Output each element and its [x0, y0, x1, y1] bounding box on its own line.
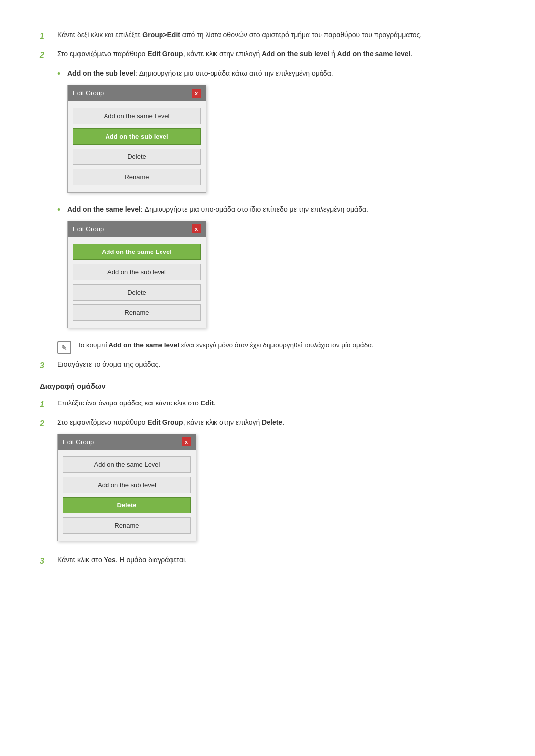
btn-delete-3[interactable]: Delete	[63, 497, 191, 513]
delete-step-2-content: Στο εμφανιζόμενο παράθυρο Edit Group, κά…	[57, 417, 495, 549]
dialog-sub-level-body: Add on the same Level Add on the sub lev…	[68, 101, 206, 192]
dialog-delete-close[interactable]: x	[182, 437, 191, 446]
btn-rename-3[interactable]: Rename	[63, 517, 191, 534]
delete-step-3-number: 3	[40, 555, 57, 567]
dialog-same-level-body: Add on the same Level Add on the sub lev…	[68, 237, 206, 328]
bullet-dot-1: •	[57, 67, 67, 81]
btn-rename-2[interactable]: Rename	[73, 304, 201, 321]
dialog-sub-level-titlebar: Edit Group x	[68, 85, 206, 101]
step-1-number: 1	[40, 30, 57, 42]
note-box: ✎ Το κουμπί Add on the same level είναι …	[57, 340, 495, 354]
delete-step-1-number: 1	[40, 399, 57, 410]
dialog-sub-level-close[interactable]: x	[192, 89, 201, 98]
dialog-same-level-titlebar: Edit Group x	[68, 221, 206, 237]
dialog-sub-level-wrapper: Edit Group x Add on the same Level Add o…	[67, 85, 495, 193]
bullet-same-level: • Add on the same level: Δημιουργήστε μι…	[57, 204, 495, 336]
btn-rename-1[interactable]: Rename	[73, 169, 201, 185]
delete-step-3-content: Κάντε κλικ στο Yes. Η ομάδα διαγράφεται.	[57, 555, 495, 565]
bullet-same-level-content: Add on the same level: Δημιουργήστε μια …	[67, 204, 495, 336]
dialog-sub-level-title: Edit Group	[73, 88, 104, 98]
btn-delete-1[interactable]: Delete	[73, 149, 201, 165]
step-1-content: Κάντε δεξί κλικ και επιλέξτε Group>Edit …	[57, 30, 495, 40]
step-1: 1 Κάντε δεξί κλικ και επιλέξτε Group>Edi…	[40, 30, 495, 42]
dialog-same-level-wrapper: Edit Group x Add on the same Level Add o…	[67, 221, 495, 329]
btn-add-same-level-3[interactable]: Add on the same Level	[63, 456, 191, 473]
dialog-delete: Edit Group x Add on the same Level Add o…	[57, 434, 196, 542]
dialog-sub-level: Edit Group x Add on the same Level Add o…	[67, 85, 206, 193]
btn-delete-2[interactable]: Delete	[73, 284, 201, 301]
btn-add-sub-level-1[interactable]: Add on the sub level	[73, 128, 201, 145]
dialog-same-level: Edit Group x Add on the same Level Add o…	[67, 221, 206, 329]
dialog-same-level-close[interactable]: x	[192, 224, 201, 233]
delete-step-2-number: 2	[40, 418, 57, 430]
btn-add-sub-level-2[interactable]: Add on the sub level	[73, 264, 201, 280]
note-icon: ✎	[57, 341, 71, 354]
delete-step-3: 3 Κάντε κλικ στο Yes. Η ομάδα διαγράφετα…	[40, 555, 495, 567]
bullet-sub-level: • Add on the sub level: Δημιουργήστε μια…	[57, 68, 495, 200]
step-2-number: 2	[40, 50, 57, 61]
delete-step-1: 1 Επιλέξτε ένα όνομα ομάδας και κάντε κλ…	[40, 398, 495, 410]
dialog-delete-body: Add on the same Level Add on the sub lev…	[58, 450, 196, 541]
section-heading-delete: Διαγραφή ομάδων	[40, 381, 495, 392]
step-2: 2 Στο εμφανιζόμενο παράθυρο Edit Group, …	[40, 49, 495, 61]
step-3: 3 Εισαγάγετε το όνομα της ομάδας.	[40, 359, 495, 372]
note-text: Το κουμπί Add on the same level είναι εν…	[77, 340, 495, 350]
bullet-sub-level-content: Add on the sub level: Δημιουργήστε μια υ…	[67, 68, 495, 200]
dialog-delete-titlebar: Edit Group x	[58, 434, 196, 450]
dialog-delete-wrapper: Edit Group x Add on the same Level Add o…	[57, 434, 495, 542]
step-2-content: Στο εμφανιζόμενο παράθυρο Edit Group, κά…	[57, 49, 495, 59]
dialog-delete-title: Edit Group	[63, 437, 94, 447]
step-3-content: Εισαγάγετε το όνομα της ομάδας.	[57, 359, 495, 370]
dialog-same-level-title: Edit Group	[73, 224, 104, 234]
delete-step-2: 2 Στο εμφανιζόμενο παράθυρο Edit Group, …	[40, 417, 495, 549]
btn-add-same-level-2[interactable]: Add on the same Level	[73, 244, 201, 260]
btn-add-same-level-1[interactable]: Add on the same Level	[73, 108, 201, 124]
step-3-number: 3	[40, 360, 57, 372]
btn-add-sub-level-3[interactable]: Add on the sub level	[63, 477, 191, 493]
delete-step-1-content: Επιλέξτε ένα όνομα ομάδας και κάντε κλικ…	[57, 398, 495, 408]
bullet-dot-2: •	[57, 203, 67, 217]
